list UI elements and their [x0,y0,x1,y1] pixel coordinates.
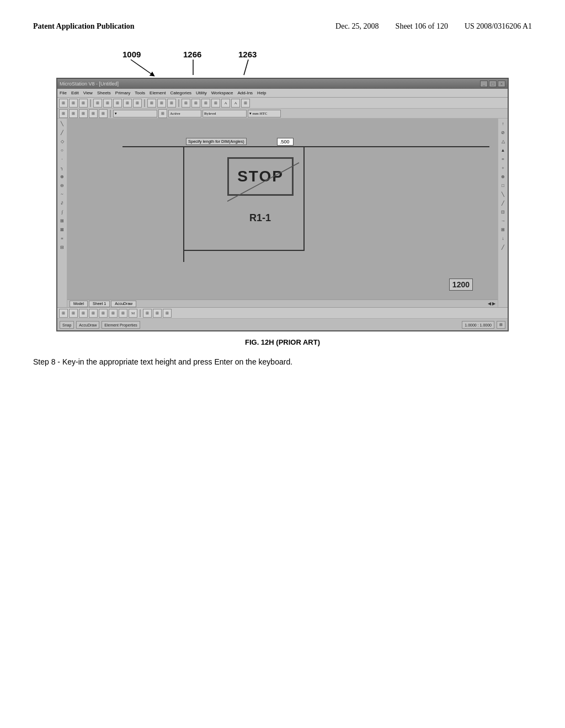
bottom-toolbar-btn-9[interactable]: ⊞ [143,309,152,318]
menu-primary[interactable]: Primary [115,90,131,95]
left-tool-8[interactable]: ⊖ [58,181,66,189]
scroll-left[interactable]: ◀ [488,301,491,306]
right-tool-9[interactable]: ╲ [499,190,507,198]
left-tool-2[interactable]: ╱ [58,129,66,136]
left-tool-1[interactable]: ╲ [58,120,66,127]
bottom-toolbar-btn-6[interactable]: ⊞ [109,309,118,318]
right-tool-11[interactable]: ⊡ [499,208,507,216]
toolbar-btn-12[interactable]: ⊞ [182,99,190,108]
toolbar-btn-13[interactable]: ⊞ [191,99,200,108]
bottom-toolbar-btn-7[interactable]: ⊞ [119,309,127,318]
left-tool-9[interactable]: ~ [58,190,66,198]
toolbar-btn-11[interactable]: ⊞ [167,99,176,108]
right-tool-12[interactable]: → [499,217,507,224]
toolbar2-dropdown[interactable]: ▾ [113,110,157,117]
toolbar2-btn-3[interactable]: ⊞ [79,109,88,118]
bottom-toolbar-btn-2[interactable]: ⊞ [69,309,78,318]
left-tool-7[interactable]: ⊕ [58,173,66,180]
toolbar2-btn-4[interactable]: ⊞ [89,109,98,118]
bottom-toolbar-btn-5[interactable]: ⊞ [99,309,108,318]
right-tool-3[interactable]: △ [499,137,507,145]
status-input: Element Properties [102,321,140,329]
scroll-right[interactable]: ▶ [492,301,495,306]
left-tool-3[interactable]: ◇ [58,137,66,145]
bottom-toolbar-btn-8[interactable]: M [129,309,137,318]
left-tool-12[interactable]: ⊞ [58,217,66,224]
right-tool-15[interactable]: ╱ [499,243,507,251]
toolbar-btn-7[interactable]: ⊞ [123,99,132,108]
close-button[interactable]: × [498,81,505,87]
sheet-number: Sheet 106 of 120 [396,22,448,31]
toolbar2-btn-5[interactable]: ⊞ [99,109,108,118]
menu-file[interactable]: File [60,90,67,95]
right-toolbar: ↑ ⊘ △ ▲ ≡ + ⊕ □ ╲ ╱ ⊡ → ⊞ ↓ ╱ [498,119,508,307]
left-tool-10[interactable]: ∂ [58,199,66,207]
bottom-toolbar-btn-1[interactable]: ⊞ [59,309,68,318]
toolbar-btn-15[interactable]: ⊞ [211,99,220,108]
right-tool-5[interactable]: ≡ [499,155,507,163]
bottom-toolbar-btn-11[interactable]: ⊞ [163,309,172,318]
left-tool-4[interactable]: ○ [58,146,66,154]
bottom-area: ⊞ ⊞ ⊞ ⊞ ⊞ ⊞ ⊞ M ⊞ ⊞ ⊞ Snap AccuDraw [57,307,508,330]
toolbar2-btn-6[interactable]: ⊞ [158,109,167,118]
left-tool-13[interactable]: ⊠ [58,226,66,233]
menu-sheets[interactable]: Sheets [97,90,111,95]
toolbar2-layer[interactable]: Bylevel [202,110,247,117]
patent-header-left: Patent Application Publication [33,22,135,31]
toolbar-btn-10[interactable]: ⊞ [157,99,166,108]
toolbar2-btn-2[interactable]: ⊞ [69,109,78,118]
minimize-button[interactable]: _ [480,81,488,87]
menu-workspace[interactable]: Workspace [211,90,233,95]
input-value[interactable]: .500 [277,138,294,146]
bottom-toolbar-btn-10[interactable]: ⊞ [153,309,162,318]
right-tool-6[interactable]: + [499,164,507,172]
toolbar-sep-3 [178,99,179,107]
right-tool-1[interactable]: ↑ [499,120,507,127]
toolbar-btn-18[interactable]: ⊞ [241,99,250,108]
toolbar-btn-3[interactable]: ⊞ [79,99,88,108]
toolbar-btn-6[interactable]: ⊞ [113,99,122,108]
toolbar-btn-14[interactable]: ⊞ [201,99,210,108]
maximize-button[interactable]: □ [489,81,497,87]
right-tool-8[interactable]: □ [499,181,507,189]
menu-addins[interactable]: Add-Ins [238,90,253,95]
menu-utility[interactable]: Utility [196,90,207,95]
toolbar-btn-4[interactable]: ⊞ [93,99,102,108]
toolbar-btn-17[interactable]: A [231,99,240,108]
toolbar2-btn-1[interactable]: ⊞ [59,109,68,118]
menu-categories[interactable]: Categories [170,90,191,95]
model-tab[interactable]: Model [70,301,88,307]
right-tool-4[interactable]: ▲ [499,146,507,154]
toolbar2-zoom[interactable]: ▾ mm HTC [248,110,281,117]
toolbar-btn-1[interactable]: ⊞ [59,99,68,108]
menu-edit[interactable]: Edit [71,90,79,95]
menu-tools[interactable]: Tools [135,90,145,95]
bottom-toolbar-btn-3[interactable]: ⊞ [79,309,88,318]
bottom-sep [140,309,141,317]
menu-element[interactable]: Element [150,90,166,95]
right-tool-2[interactable]: ⊘ [499,129,507,136]
arrow-1009 [131,60,153,75]
left-tool-11[interactable]: ∫ [58,208,66,216]
toolbar-btn-5[interactable]: ⊞ [103,99,112,108]
toolbar-btn-8[interactable]: ⊞ [133,99,142,108]
toolbar2-text[interactable]: Active [168,110,201,117]
left-tool-14[interactable]: ≡ [58,234,66,242]
left-tool-15[interactable]: ⊟ [58,243,66,251]
app-window: MicroStation V8 - [Untitled] _ □ × File … [56,78,509,331]
menu-help[interactable]: Help [257,90,266,95]
menu-view[interactable]: View [83,90,93,95]
right-tool-14[interactable]: ↓ [499,234,507,242]
accordraw-tab[interactable]: AccuDraw [111,301,136,307]
toolbar-btn-9[interactable]: ⊞ [147,99,156,108]
bottom-toolbar-btn-4[interactable]: ⊞ [89,309,98,318]
toolbar-btn-2[interactable]: ⊞ [69,99,78,108]
sheet1-tab[interactable]: Sheet 1 [89,301,110,307]
right-tool-7[interactable]: ⊕ [499,173,507,180]
figure-caption: FIG. 12H (PRIOR ART) [56,338,509,346]
left-tool-5[interactable]: · [58,155,66,163]
toolbar-btn-16[interactable]: A [221,99,230,108]
left-tool-6[interactable]: ╮ [58,164,66,172]
right-tool-13[interactable]: ⊞ [499,226,507,233]
right-tool-10[interactable]: ╱ [499,199,507,207]
